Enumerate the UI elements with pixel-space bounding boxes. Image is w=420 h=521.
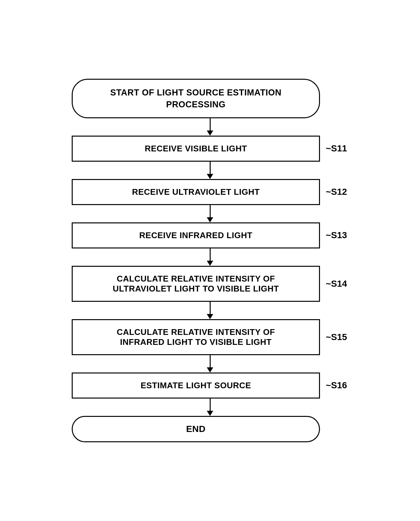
arrow-7 <box>207 399 213 416</box>
step-s14-label: ~S14 <box>326 279 348 289</box>
step-row-s14: CALCULATE RELATIVE INTENSITY OF ULTRAVIO… <box>72 266 348 302</box>
step-row-s15: CALCULATE RELATIVE INTENSITY OF INFRARED… <box>72 319 348 355</box>
arrow-1 <box>207 118 213 136</box>
step-s13-label: ~S13 <box>326 230 348 240</box>
arrow-5 <box>207 302 213 319</box>
end-node: END <box>72 416 320 442</box>
flowchart: START OF LIGHT SOURCE ESTIMATION PROCESS… <box>65 59 355 462</box>
start-row: START OF LIGHT SOURCE ESTIMATION PROCESS… <box>72 79 348 118</box>
step-s11-box: RECEIVE VISIBLE LIGHT <box>72 136 320 162</box>
step-s16-label: ~S16 <box>326 380 348 391</box>
arrow-6 <box>207 355 213 373</box>
step-s15-label: ~S15 <box>326 332 348 342</box>
step-row-s12: RECEIVE ULTRAVIOLET LIGHT ~S12 <box>72 179 348 205</box>
step-s14-box: CALCULATE RELATIVE INTENSITY OF ULTRAVIO… <box>72 266 320 302</box>
step-s16-box: ESTIMATE LIGHT SOURCE <box>72 373 320 399</box>
arrow-4 <box>207 248 213 266</box>
step-row-s11: RECEIVE VISIBLE LIGHT ~S11 <box>72 136 348 162</box>
end-row: END <box>72 416 348 442</box>
arrow-2 <box>207 162 213 179</box>
step-s11-label: ~S11 <box>326 143 348 154</box>
step-s13-box: RECEIVE INFRARED LIGHT <box>72 222 320 248</box>
step-row-s16: ESTIMATE LIGHT SOURCE ~S16 <box>72 373 348 399</box>
step-s12-label: ~S12 <box>326 187 348 197</box>
arrow-3 <box>207 205 213 222</box>
start-node: START OF LIGHT SOURCE ESTIMATION PROCESS… <box>72 79 320 118</box>
step-row-s13: RECEIVE INFRARED LIGHT ~S13 <box>72 222 348 248</box>
step-s12-box: RECEIVE ULTRAVIOLET LIGHT <box>72 179 320 205</box>
step-s15-box: CALCULATE RELATIVE INTENSITY OF INFRARED… <box>72 319 320 355</box>
